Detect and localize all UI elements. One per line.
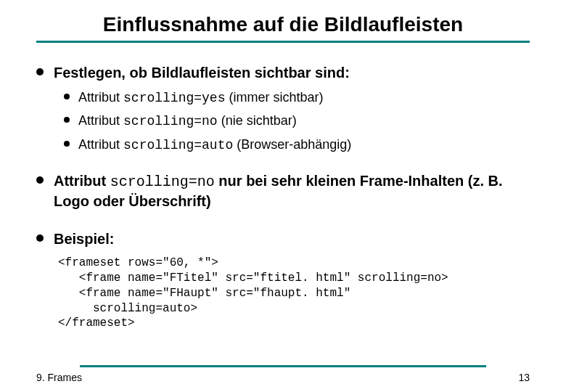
bullet-icon: [36, 176, 44, 184]
text-prefix: Attribut: [78, 137, 123, 152]
code-span: scrolling=no: [123, 114, 218, 128]
bullet-icon: [36, 68, 44, 75]
text-suffix: (Browser-abhängig): [233, 137, 351, 152]
bullet-icon: [64, 94, 70, 99]
bullet-beispiel: Beispiel:: [36, 229, 530, 248]
code-example: <frameset rows="60, *"> <frame name="FTi…: [36, 256, 530, 331]
slide: Einflussnahme auf die Bildlaufleisten Fe…: [0, 0, 566, 392]
text-suffix: (immer sichtbar): [225, 90, 323, 105]
spacer: [36, 160, 530, 171]
code-span: scrolling=yes: [123, 91, 225, 105]
text-suffix: (nie sichtbar): [218, 113, 297, 128]
footer-chapter: 9. Frames: [36, 372, 82, 383]
bullet-text: Attribut scrolling=yes (immer sichtbar): [78, 89, 323, 107]
sub-bullet-yes: Attribut scrolling=yes (immer sichtbar): [36, 89, 530, 107]
bullet-text: Attribut scrolling=no (nie sichtbar): [78, 113, 297, 130]
page-number: 13: [518, 372, 530, 383]
footer-rule: [80, 365, 486, 367]
bullet-icon: [64, 141, 70, 147]
slide-content: Festlegen, ob Bildlaufleisten sichtbar s…: [36, 43, 530, 331]
bullet-text: Beispiel:: [54, 229, 114, 248]
spacer: [36, 218, 530, 229]
code-span: scrolling=auto: [123, 138, 233, 152]
text-prefix: Attribut: [78, 113, 123, 128]
bullet-text: Festlegen, ob Bildlaufleisten sichtbar s…: [54, 63, 350, 82]
code-span: scrolling=no: [110, 173, 215, 190]
sub-bullet-no: Attribut scrolling=no (nie sichtbar): [36, 113, 530, 130]
bullet-text: Attribut scrolling=no nur bei sehr klein…: [54, 171, 530, 211]
slide-title: Einflussnahme auf die Bildlaufleisten: [36, 7, 530, 43]
footer: 9. Frames 13: [36, 372, 530, 383]
text-prefix: Attribut: [54, 173, 110, 189]
bullet-icon: [36, 234, 44, 242]
bullet-festlegen: Festlegen, ob Bildlaufleisten sichtbar s…: [36, 63, 530, 82]
bullet-text: Attribut scrolling=auto (Browser-abhängi…: [78, 136, 351, 154]
bullet-icon: [64, 117, 70, 123]
bullet-nur-bei: Attribut scrolling=no nur bei sehr klein…: [36, 171, 530, 211]
text-prefix: Attribut: [78, 90, 123, 105]
sub-bullet-auto: Attribut scrolling=auto (Browser-abhängi…: [36, 136, 530, 154]
